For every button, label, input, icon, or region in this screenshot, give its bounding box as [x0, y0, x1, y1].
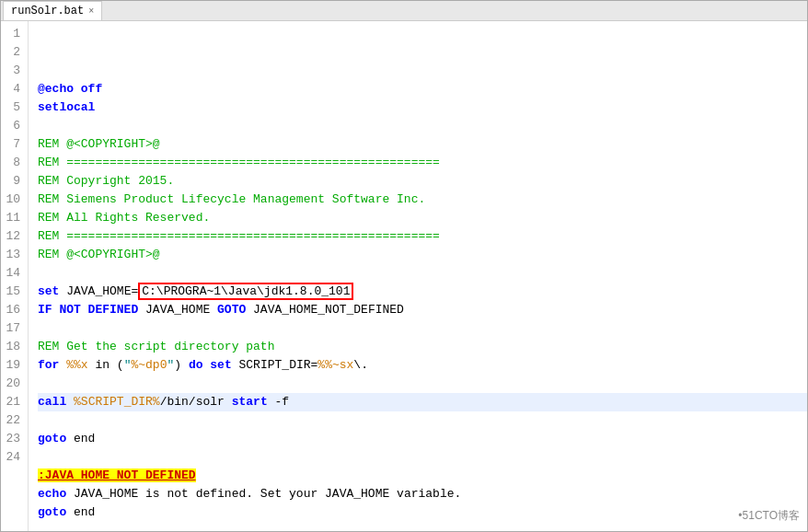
- code-line: echo JAVA_HOME is not defined. Set your …: [38, 485, 807, 503]
- line-number: 15: [5, 283, 20, 301]
- line-number: 2: [5, 43, 20, 62]
- code-area: 123456789101112131415161718192021222324 …: [1, 21, 807, 531]
- code-line: REM All Rights Reserved.: [38, 209, 807, 227]
- line-number: 14: [5, 264, 20, 283]
- line-number: 19: [5, 356, 20, 375]
- code-line: [38, 375, 807, 393]
- code-content[interactable]: @echo offsetlocalREM @<COPYRIGHT>@REM ==…: [29, 21, 807, 531]
- line-number: 3: [5, 62, 20, 80]
- line-numbers: 123456789101112131415161718192021222324: [1, 21, 29, 531]
- line-number: 11: [5, 209, 20, 227]
- code-line: IF NOT DEFINED JAVA_HOME GOTO JAVA_HOME_…: [38, 301, 807, 319]
- line-number: 20: [5, 375, 20, 393]
- line-number: 7: [5, 135, 20, 154]
- code-line: REM Copyright 2015.: [38, 172, 807, 191]
- line-number: 12: [5, 227, 20, 246]
- code-line: [38, 411, 807, 430]
- code-line: [38, 448, 807, 467]
- code-line: REM Siemens Product Lifecycle Management…: [38, 191, 807, 209]
- code-line: :JAVA_HOME_NOT_DEFINED: [38, 467, 807, 485]
- editor-window: runSolr.bat × 12345678910111213141516171…: [0, 0, 808, 532]
- line-number: 16: [5, 301, 20, 319]
- line-number: 5: [5, 98, 20, 117]
- code-line: REM Get the script directory path: [38, 338, 807, 356]
- code-line: [38, 264, 807, 283]
- watermark: •51CTO博客: [738, 508, 800, 524]
- line-number: 21: [5, 393, 20, 411]
- line-number: 1: [5, 25, 20, 43]
- code-line: REM @<COPYRIGHT>@: [38, 135, 807, 154]
- code-line: REM @<COPYRIGHT>@: [38, 246, 807, 264]
- line-number: 24: [5, 448, 20, 467]
- code-line: call %SCRIPT_DIR%/bin/solr start -f: [38, 393, 807, 411]
- line-number: 6: [5, 117, 20, 135]
- code-line: for %%x in ("%~dp0") do set SCRIPT_DIR=%…: [38, 356, 807, 375]
- file-tab[interactable]: runSolr.bat ×: [3, 1, 102, 20]
- line-number: 10: [5, 191, 20, 209]
- line-number: 18: [5, 338, 20, 356]
- code-line: goto end: [38, 503, 807, 522]
- code-line: REM ====================================…: [38, 154, 807, 172]
- line-number: 22: [5, 411, 20, 430]
- tab-bar: runSolr.bat ×: [1, 1, 807, 21]
- line-number: 13: [5, 246, 20, 264]
- tab-filename: runSolr.bat: [11, 5, 84, 17]
- editor-container: 123456789101112131415161718192021222324 …: [1, 21, 807, 531]
- code-line: set JAVA_HOME=C:\PROGRA~1\Java\jdk1.8.0_…: [38, 283, 807, 301]
- line-number: 17: [5, 319, 20, 338]
- line-number: 9: [5, 172, 20, 191]
- code-line: goto end: [38, 430, 807, 448]
- code-line: REM ====================================…: [38, 227, 807, 246]
- code-line: setlocal: [38, 98, 807, 117]
- tab-close-icon[interactable]: ×: [88, 6, 94, 17]
- code-line: [38, 117, 807, 135]
- line-number: 4: [5, 80, 20, 98]
- code-line: [38, 319, 807, 338]
- line-number: 23: [5, 430, 20, 448]
- line-number: 8: [5, 154, 20, 172]
- code-line: @echo off: [38, 80, 807, 98]
